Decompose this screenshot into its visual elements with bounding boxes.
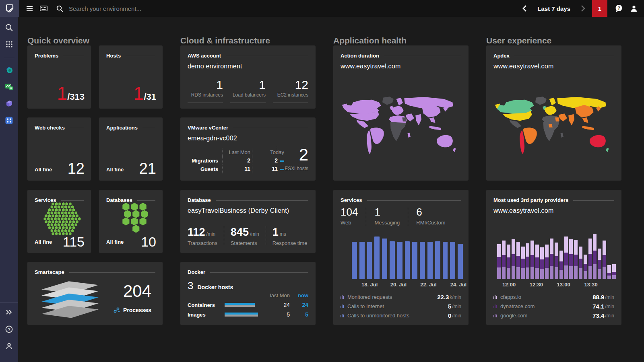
bar[interactable] <box>450 242 455 279</box>
stacked-bar[interactable] <box>526 243 530 279</box>
menu-icon[interactable] <box>27 6 33 11</box>
tile-title: AWS account <box>188 53 221 59</box>
bar[interactable] <box>420 242 425 279</box>
stacked-bar[interactable] <box>569 239 573 279</box>
metric-list-item[interactable]: dynatrace.com74.1/min <box>493 302 614 311</box>
bar[interactable] <box>405 241 410 279</box>
stacked-bar[interactable] <box>555 243 558 279</box>
bar[interactable] <box>367 242 372 279</box>
stacked-bar[interactable] <box>584 255 587 279</box>
bar[interactable] <box>359 242 365 279</box>
svg-text:?: ? <box>617 6 620 10</box>
keyboard-icon[interactable] <box>40 6 47 11</box>
tile-title: VMware vCenter <box>188 125 228 131</box>
bar-segment <box>607 273 611 276</box>
user-icon[interactable] <box>630 5 638 12</box>
search-input[interactable] <box>68 5 197 12</box>
stacked-bar[interactable] <box>507 245 510 279</box>
stacked-bar[interactable] <box>550 239 553 279</box>
stacked-bar[interactable] <box>612 264 616 279</box>
help-icon[interactable]: ? <box>4 324 14 334</box>
bar-segment <box>555 267 558 279</box>
tile-database[interactable]: Database easyTravelBusiness (Derby Clien… <box>180 190 316 253</box>
stacked-bar[interactable] <box>598 249 601 279</box>
infrastructure-icon[interactable] <box>4 99 14 108</box>
stacked-bar[interactable] <box>502 241 506 279</box>
stacked-bar[interactable] <box>574 240 578 279</box>
hexagon <box>131 203 138 211</box>
search-icon[interactable] <box>56 5 63 12</box>
bar[interactable] <box>435 241 440 279</box>
time-forward-icon[interactable] <box>581 5 586 12</box>
mini-bar-chart-icon <box>493 314 497 317</box>
expand-rail-icon[interactable] <box>4 307 14 317</box>
map-region-mexico <box>357 120 369 128</box>
stacked-bar[interactable] <box>559 251 563 279</box>
sidebar-search-icon[interactable] <box>4 23 14 32</box>
stacked-bar[interactable] <box>603 241 606 279</box>
title-rule <box>137 200 155 201</box>
metric-list-item[interactable]: Calls to Internet5/min <box>341 302 461 311</box>
stacked-bar[interactable] <box>579 247 582 279</box>
tile-smartscape[interactable]: Smartscape 204 Processes <box>27 262 163 325</box>
stacked-bar[interactable] <box>540 247 544 279</box>
metric-list-item[interactable]: google.com73.4/min <box>493 311 614 320</box>
bar[interactable] <box>390 241 395 279</box>
tile-web-checks[interactable]: Web checks All fine 12 <box>27 117 91 181</box>
app-monitoring-icon[interactable] <box>4 65 14 74</box>
bar-segment <box>584 271 587 279</box>
map-region-middle_east <box>559 113 567 121</box>
tile-databases-overview[interactable]: Databases All fine 10 <box>99 190 163 253</box>
problems-count: 1 /313 <box>57 85 85 102</box>
bar[interactable] <box>412 242 417 279</box>
tile-hosts[interactable]: Hosts 1 /31 <box>99 45 163 109</box>
time-range-selector[interactable]: Last 7 days <box>537 5 570 12</box>
stacked-bar[interactable] <box>545 245 549 279</box>
web-monitoring-icon[interactable] <box>4 82 14 91</box>
time-back-icon[interactable] <box>522 5 527 12</box>
bar-segment <box>574 255 578 266</box>
bar[interactable] <box>382 239 387 279</box>
tile-vmware-vcenter[interactable]: VMware vCenter emea-gdn-vc002 Last Mon T… <box>180 117 316 181</box>
stacked-bar[interactable] <box>497 244 501 279</box>
hexagon <box>74 223 78 226</box>
tile-problems[interactable]: Problems 1 /313 <box>27 45 91 109</box>
account-icon[interactable] <box>4 341 14 351</box>
bar[interactable] <box>458 244 463 279</box>
metric-list-item[interactable]: Calls to unmonitored hosts0/min <box>341 311 461 320</box>
bar[interactable] <box>443 242 448 279</box>
stacked-bar[interactable] <box>530 241 534 279</box>
stacked-bar[interactable] <box>521 247 525 279</box>
tile-aws-account[interactable]: AWS account demo environment 1RDS instan… <box>180 45 316 109</box>
stacked-bar[interactable] <box>564 237 568 279</box>
tile-3rd-party-providers[interactable]: Most used 3rd party providers www.easytr… <box>486 190 621 325</box>
bar[interactable] <box>352 242 357 279</box>
hexagon <box>122 203 130 211</box>
stacked-bar[interactable] <box>516 242 520 279</box>
notification-badge[interactable]: 1 <box>592 0 607 17</box>
bar[interactable] <box>427 242 433 279</box>
metric-list-item[interactable]: Monitored requests22.3k/min <box>341 292 461 302</box>
metric-unit: /min <box>452 304 461 309</box>
feedback-icon[interactable]: ? <box>615 4 623 12</box>
stacked-bar[interactable] <box>535 245 539 279</box>
tile-services-detail[interactable]: Services 104Web 1Messaging 6RMI/Custom 1… <box>333 190 469 325</box>
bar[interactable] <box>374 237 380 279</box>
stacked-bar[interactable] <box>607 265 611 279</box>
apps-grid-icon[interactable] <box>4 39 14 49</box>
bar[interactable] <box>397 242 402 279</box>
tile-apdex[interactable]: Apdex www.easytravel.com <box>486 45 621 181</box>
bar-segment <box>497 244 501 257</box>
tile-applications[interactable]: Applications All fine 21 <box>99 117 163 181</box>
tile-docker[interactable]: Docker 3 Docker hosts last Mon now Conta… <box>180 262 316 325</box>
hub-icon[interactable] <box>4 115 14 125</box>
metric-list-item[interactable]: cfapps.io88.9/min <box>493 292 614 302</box>
stacked-bar[interactable] <box>588 239 592 279</box>
tile-action-duration[interactable]: Action duration www.easytravel.com <box>333 45 469 181</box>
stacked-bar[interactable] <box>512 239 515 279</box>
metric-value: 0 <box>448 312 451 319</box>
dynatrace-logo[interactable] <box>0 0 19 17</box>
tile-services-overview[interactable]: Services All fine 115 <box>27 190 91 253</box>
bar-segment <box>550 254 553 266</box>
stacked-bar[interactable] <box>593 234 597 279</box>
